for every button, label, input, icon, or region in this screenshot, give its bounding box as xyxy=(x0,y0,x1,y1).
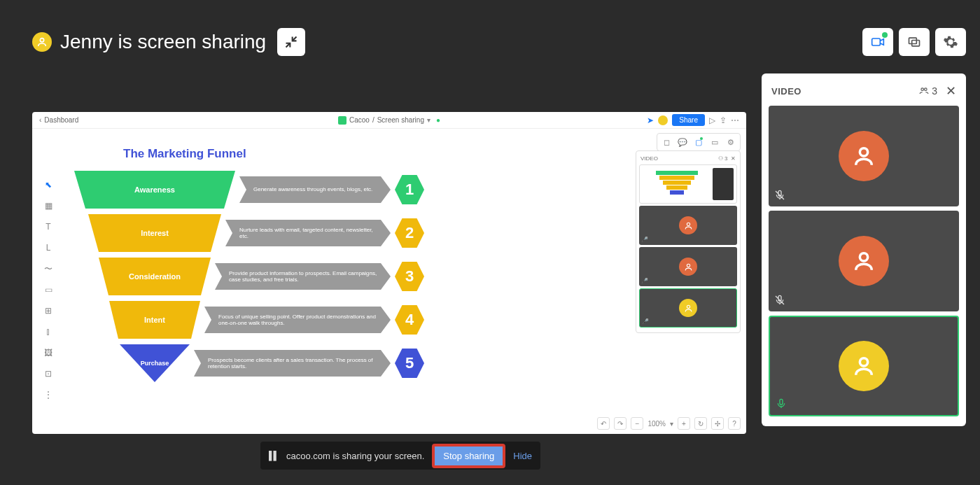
settings-tool[interactable]: ⚙ xyxy=(724,136,738,148)
chevron-down-icon[interactable]: ▾ xyxy=(427,116,430,124)
play-icon[interactable]: ▷ xyxy=(709,115,715,125)
active-indicator xyxy=(882,32,888,38)
svg-rect-1 xyxy=(872,38,881,45)
zoom-in-button[interactable]: + xyxy=(678,417,690,430)
funnel-stage-1[interactable]: Awareness Generate awareness through eve… xyxy=(74,171,424,209)
inner-screen-preview-tile[interactable] xyxy=(639,164,737,204)
video-tile-1[interactable] xyxy=(769,106,959,206)
mic-on-icon: 🎤 xyxy=(642,318,649,325)
pause-icon[interactable]: ▌▌ xyxy=(269,451,278,461)
zoom-level[interactable]: 100% xyxy=(648,420,666,428)
more-tools[interactable]: ⋮ xyxy=(39,385,57,405)
funnel-title: The Marketing Funnel xyxy=(74,147,424,161)
mic-muted-icon xyxy=(774,295,785,306)
back-chevron-icon[interactable]: ‹ xyxy=(39,116,41,124)
pointer-tool[interactable]: ⬉ xyxy=(39,175,57,195)
template-tool[interactable]: ⊞ xyxy=(39,301,57,321)
participant-avatar xyxy=(839,236,889,286)
export-icon[interactable]: ⇪ xyxy=(720,115,727,125)
note-tool[interactable]: ▭ xyxy=(39,280,57,300)
collapse-button[interactable] xyxy=(277,28,305,56)
cacoo-logo xyxy=(338,116,346,125)
participant-count: 3 xyxy=(918,85,937,97)
settings-button[interactable] xyxy=(935,28,966,56)
funnel-stage-3[interactable]: Consideration Provide product informatio… xyxy=(74,258,424,295)
svg-point-11 xyxy=(687,305,690,308)
top-bar: Jenny is screen sharing xyxy=(32,28,966,56)
top-right-controls xyxy=(862,28,966,56)
inner-toolbar: ◻ 💬 ▢ ▭ ⚙ xyxy=(657,133,741,151)
participant-avatar xyxy=(679,258,697,276)
lock-button[interactable]: ✢ xyxy=(711,417,724,430)
svg-point-5 xyxy=(925,88,927,91)
svg-point-4 xyxy=(921,88,924,91)
comment-tool[interactable]: ◻ xyxy=(659,136,673,148)
svg-point-7 xyxy=(860,253,867,261)
participant-avatar xyxy=(679,299,697,317)
svg-point-10 xyxy=(687,264,690,267)
screen-tool[interactable]: ⊡ xyxy=(39,364,57,384)
text-tool[interactable]: T xyxy=(39,217,57,237)
inner-participant-count: ⚇ 3 ✕ xyxy=(718,155,736,162)
hide-link[interactable]: Hide xyxy=(513,451,532,461)
share-status: Jenny is screen sharing xyxy=(32,28,305,56)
inner-app-header: ‹ Dashboard Cacoo / Screen sharing ▾ ● ➤… xyxy=(32,112,746,129)
video-panel: VIDEO 3 ✕ xyxy=(762,73,966,426)
inner-video-tile-2[interactable]: 🎤 xyxy=(639,247,737,286)
video-tile-2[interactable] xyxy=(769,211,959,311)
screen-share-notification: ▌▌ cacoo.com is sharing your screen. Sto… xyxy=(260,442,540,470)
svg-point-0 xyxy=(40,38,43,42)
share-status-text: Jenny is screen sharing xyxy=(60,31,266,53)
undo-button[interactable]: ↶ xyxy=(597,417,610,430)
mic-muted-icon: 🎤 xyxy=(641,237,648,243)
inner-video-tile-3[interactable]: 🎤 xyxy=(639,288,737,328)
video-panel-header: VIDEO 3 ✕ xyxy=(769,80,959,106)
svg-point-8 xyxy=(860,358,867,366)
share-message: cacoo.com is sharing your screen. xyxy=(286,451,424,461)
video-panel-title: VIDEO xyxy=(771,86,802,97)
pointer-icon[interactable]: ➤ xyxy=(647,115,654,125)
video-camera-button[interactable] xyxy=(862,28,893,56)
participant-avatar xyxy=(679,216,697,234)
inner-video-panel: VIDEO ⚇ 3 ✕ 🎤 🎤 🎤 xyxy=(636,150,741,333)
chart-tool[interactable]: ⫿ xyxy=(39,322,57,342)
chat-tool[interactable]: 💬 xyxy=(676,136,690,148)
pen-tool[interactable]: 〜 xyxy=(39,259,57,279)
marketing-funnel-diagram: The Marketing Funnel Awareness Generate … xyxy=(74,147,424,382)
participant-avatar xyxy=(839,341,889,391)
help-button[interactable]: ? xyxy=(728,417,741,430)
zoom-out-button[interactable]: − xyxy=(631,417,643,430)
history-button[interactable]: ↻ xyxy=(694,417,707,430)
presentation-button[interactable] xyxy=(899,28,930,56)
redo-button[interactable]: ↷ xyxy=(614,417,626,430)
close-video-panel[interactable]: ✕ xyxy=(946,83,956,99)
zoom-chevron-icon[interactable]: ▾ xyxy=(670,420,673,428)
mic-muted-icon: 🎤 xyxy=(641,278,648,284)
participant-avatar xyxy=(839,131,889,181)
breadcrumb: Cacoo / Screen sharing ▾ ● xyxy=(338,116,440,125)
inner-video-tile-1[interactable]: 🎤 xyxy=(639,206,737,245)
funnel-stage-2[interactable]: Interest Nurture leads with email, targe… xyxy=(74,214,424,252)
svg-point-6 xyxy=(860,148,867,156)
mic-on-icon xyxy=(776,398,787,409)
left-tool-rail: ⬉ ▦ T L 〜 ▭ ⊞ ⫿ 🖼 ⊡ ⋮ xyxy=(39,175,59,405)
shared-screen: ‹ Dashboard Cacoo / Screen sharing ▾ ● ➤… xyxy=(32,112,746,434)
share-button[interactable]: Share xyxy=(672,114,705,126)
image-tool[interactable]: 🖼 xyxy=(39,343,57,363)
sync-status-icon: ● xyxy=(436,116,440,124)
mic-muted-icon xyxy=(774,190,785,201)
svg-point-9 xyxy=(687,223,690,225)
inner-bottom-bar: ↶ ↷ − 100% ▾ + ↻ ✢ ? xyxy=(597,417,741,430)
presenter-avatar xyxy=(32,32,52,52)
layers-tool[interactable]: ▭ xyxy=(708,136,722,148)
stop-sharing-button[interactable]: Stop sharing xyxy=(433,444,505,468)
user-badge[interactable] xyxy=(658,115,668,125)
back-label[interactable]: Dashboard xyxy=(44,116,78,124)
funnel-stage-5[interactable]: Purchase Prospects become clients after … xyxy=(74,344,424,382)
video-tool[interactable]: ▢ xyxy=(692,136,706,148)
more-icon[interactable]: ⋯ xyxy=(731,115,739,125)
table-tool[interactable]: ▦ xyxy=(39,196,57,216)
connector-tool[interactable]: L xyxy=(39,238,57,258)
funnel-stage-4[interactable]: Intent Focus of unique selling point. Of… xyxy=(74,301,424,339)
video-tile-3[interactable] xyxy=(769,316,959,416)
